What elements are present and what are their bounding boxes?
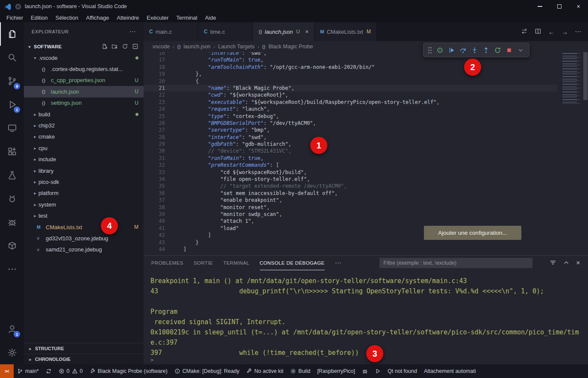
status-git-branch[interactable]: main* <box>14 364 42 378</box>
breadcrumb-item-launch-targets[interactable]: Launch Targets <box>218 44 254 50</box>
activity-settings[interactable] <box>0 341 24 364</box>
menu-edition[interactable]: Edition <box>27 14 52 22</box>
collapse-all-icon[interactable] <box>132 43 138 50</box>
activity-testing[interactable] <box>0 163 24 187</box>
tree-item-samd21-ozone-jdebug[interactable]: ≡samd21_ozone.jdebug <box>24 244 144 255</box>
breadcrumb-item-black-magic-probe[interactable]: Black Magic Probe <box>268 44 313 50</box>
activity-extensions[interactable] <box>0 140 24 163</box>
tree-item-cpu[interactable]: ▸cpu <box>24 142 144 154</box>
navigate-back-icon[interactable]: ← <box>548 28 555 35</box>
status-problems[interactable]: 00 <box>55 364 86 378</box>
menu-affichage[interactable]: Affichage <box>82 14 113 22</box>
maximize-panel-icon[interactable] <box>563 259 570 267</box>
step-into-button[interactable] <box>469 44 480 56</box>
stop-button[interactable] <box>503 44 514 56</box>
section-chronologie[interactable]: ▸ CHRONOLOGIE <box>24 354 144 364</box>
more-debug-actions-button[interactable] <box>515 44 526 56</box>
close-button[interactable]: × <box>569 0 588 13</box>
new-file-icon[interactable] <box>101 43 108 50</box>
debug-console-filter-input[interactable] <box>379 258 532 268</box>
refresh-icon[interactable] <box>122 43 128 50</box>
close-panel-icon[interactable]: × <box>576 259 580 267</box>
menu-selection[interactable]: Sélection <box>52 14 82 22</box>
menu-atteindre[interactable]: Atteindre <box>113 14 143 22</box>
activity-remote-explorer[interactable] <box>0 116 24 140</box>
explorer-more-icon[interactable]: ⋯ <box>129 28 136 35</box>
status-cmake-debug[interactable] <box>359 364 371 378</box>
tab-main-c[interactable]: Cmain.c <box>144 22 198 41</box>
step-over-button[interactable] <box>457 44 468 56</box>
status-cmake-kit[interactable]: No active kit <box>243 364 287 378</box>
tab-time-c[interactable]: Ctime.c <box>198 22 253 41</box>
menu-executer[interactable]: Exécuter <box>143 14 172 22</box>
tree-item-gd32vf103-ozone-jdebug[interactable]: ≡gd32vf103_ozone.jdebug <box>24 233 144 244</box>
continue-button[interactable] <box>446 44 457 56</box>
split-editor-icon[interactable] <box>535 28 541 36</box>
activity-packages[interactable] <box>0 234 24 257</box>
tree-item-vscode[interactable]: ▾.vscode <box>24 52 144 63</box>
panel-tab-sortie[interactable]: SORTIE <box>194 256 213 270</box>
maximize-button[interactable] <box>550 0 569 13</box>
panel-tab-problemes[interactable]: PROBLÈMES <box>151 256 183 270</box>
tab-launch-json[interactable]: {}launch.jsonU× <box>253 22 315 41</box>
tree-item-chip32[interactable]: ▸chip32 <box>24 120 144 131</box>
activity-run-and-debug[interactable]: 1 <box>0 93 24 116</box>
status-cmake-launch-target[interactable]: [RaspberryPico] <box>314 364 359 378</box>
section-structure[interactable]: ▸ STRUCTURE <box>24 343 144 354</box>
menu-fichier[interactable]: Fichier <box>3 14 27 22</box>
tree-item-cortex-debug-registers-stat[interactable]: {}.cortex-debug.registers.stat... <box>24 63 144 74</box>
tree-item-test[interactable]: ▸test <box>24 210 144 221</box>
activity-accounts[interactable]: 1 <box>0 317 24 341</box>
code-editor[interactable]: 16 "interface": "swd",17 "runToMain": tr… <box>144 52 588 255</box>
tree-item-c-cpp-properties-json[interactable]: {}c_cpp_properties.jsonU <box>24 75 144 86</box>
close-icon[interactable]: × <box>305 28 309 35</box>
editor-scrollbar[interactable] <box>582 52 588 255</box>
more-actions-icon[interactable]: ⋯ <box>575 28 581 35</box>
minimap[interactable] <box>562 53 582 255</box>
tree-item-system[interactable]: ▸system <box>24 199 144 210</box>
tree-item-include[interactable]: ▸include <box>24 154 144 165</box>
status-auto-attach[interactable]: Attachement automati <box>420 364 479 378</box>
tree-item-launch-json[interactable]: {}launch.jsonU <box>24 86 144 97</box>
tree-item-platform[interactable]: ▸platform <box>24 188 144 199</box>
activity-search[interactable] <box>0 46 24 69</box>
tree-item-build[interactable]: ▸build <box>24 109 144 120</box>
tab-cmakelists-txt[interactable]: MCMakeLists.txtM <box>315 22 376 41</box>
breadcrumb-item-vscode[interactable]: .vscode <box>151 44 170 50</box>
status-sync[interactable] <box>42 364 55 378</box>
filter-lines-icon[interactable] <box>550 259 556 267</box>
minimize-button[interactable] <box>530 0 550 13</box>
activity-explorer[interactable] <box>0 22 24 46</box>
restart-button[interactable] <box>492 44 503 56</box>
menu-terminal[interactable]: Terminal <box>173 14 201 22</box>
activity-debug-adapter[interactable] <box>0 210 24 234</box>
status-cmake-build[interactable]: Build <box>287 364 314 378</box>
tree-item-library[interactable]: ▸library <box>24 165 144 176</box>
panel-tab-terminal[interactable]: TERMINAL <box>223 256 249 270</box>
tree-item-settings-json[interactable]: {}settings.jsonU <box>24 97 144 109</box>
tree-item-pico-sdk[interactable]: ▸pico-sdk <box>24 176 144 187</box>
activity-more-views[interactable] <box>0 257 24 281</box>
tree-item-cmake[interactable]: ▸cmake <box>24 131 144 142</box>
new-folder-icon[interactable] <box>112 43 118 50</box>
open-changes-icon[interactable] <box>521 28 528 36</box>
add-configuration-button[interactable]: Ajouter une configuration... <box>424 226 521 240</box>
panel-tab-console-de-debogage[interactable]: CONSOLE DE DÉBOGAGE <box>260 256 325 270</box>
status-debug-launch-target[interactable]: Black Magic Probe (software) <box>86 364 171 378</box>
power-button[interactable] <box>434 44 445 56</box>
scrollbar-thumb[interactable] <box>583 52 588 100</box>
drag-handle-icon[interactable] <box>428 50 429 51</box>
step-out-button[interactable] <box>480 44 491 56</box>
status-remote-indicator[interactable]: >< <box>0 364 14 378</box>
debug-console-prompt[interactable]: > <box>150 357 154 363</box>
activity-platformio[interactable] <box>0 187 24 210</box>
menu-aide[interactable]: Aide <box>201 14 220 22</box>
explorer-section-header[interactable]: ▾ SOFTWARE <box>24 41 144 52</box>
status-qt-status[interactable]: Qt not found <box>384 364 420 378</box>
tree-item-cmakelists-txt[interactable]: MCMakeLists.txtM <box>24 221 144 233</box>
status-cmake-run[interactable] <box>371 364 384 378</box>
navigate-forward-icon[interactable]: → <box>562 28 568 35</box>
status-cmake-status[interactable]: CMake: [Debug]: Ready <box>171 364 243 378</box>
activity-source-control[interactable]: 9 <box>0 69 24 93</box>
breadcrumb-item-launch-json[interactable]: launch.json <box>184 44 211 50</box>
